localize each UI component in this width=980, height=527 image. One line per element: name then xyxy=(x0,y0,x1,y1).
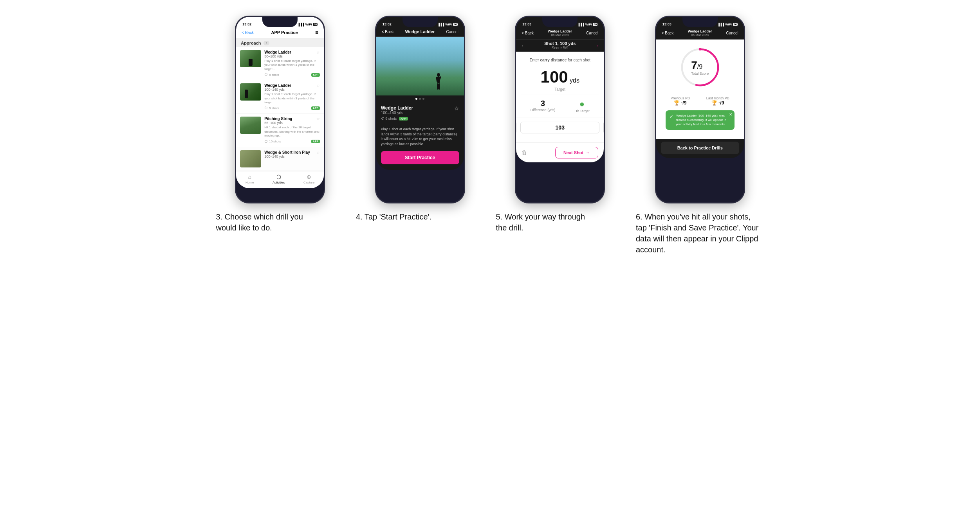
phone-1-back[interactable]: < Back xyxy=(242,31,254,35)
caption-4: 4. Tap 'Start Practice'. xyxy=(356,211,431,222)
next-shot-arrow[interactable]: → xyxy=(593,42,599,49)
drill-info-1: Wedge Ladder ☆ 50–100 yds Play 1 shot at… xyxy=(264,50,320,77)
phone-3-notch xyxy=(542,17,578,27)
section-approach-count: 7 xyxy=(263,41,269,45)
signal-icon: ▐▐▐ xyxy=(298,23,304,26)
phone-3-cancel[interactable]: Cancel xyxy=(586,31,598,35)
target-yds-value: 100 xyxy=(541,68,568,86)
golfer-figure-2 xyxy=(245,90,248,98)
score-display: 7 /9 xyxy=(691,59,709,72)
last-month-pb-label: Last month PB xyxy=(706,96,729,100)
home-icon: ⌂ xyxy=(248,174,251,180)
drill-card-3[interactable]: Pitching String ☆ 55–100 yds Hit 1 shot … xyxy=(236,113,324,147)
phone-2-wrapper: 13:02 ▐▐▐ WiFi 46 < Back Wedge Ladder Ca… xyxy=(375,16,465,203)
phone-2-notch xyxy=(402,17,438,27)
phone-3-screen: 13:03 ▐▐▐ WiFi 46 < Back Wedge Ladder 06… xyxy=(516,17,604,162)
score-circle: 7 /9 Total Score xyxy=(679,46,722,89)
phone-3-back[interactable]: < Back xyxy=(522,31,534,35)
drill-detail-name: Wedge Ladder xyxy=(381,105,413,111)
last-month-pb: Last month PB 🏆 -/9 xyxy=(706,96,729,106)
bottom-nav-capture[interactable]: ⊕ Capture xyxy=(303,174,314,184)
star-icon-2[interactable]: ☆ xyxy=(316,83,320,88)
bottom-nav-home[interactable]: ⌂ Home xyxy=(245,174,254,184)
svg-point-0 xyxy=(437,73,440,76)
svg-point-8 xyxy=(698,48,701,51)
phone-2-cancel[interactable]: Cancel xyxy=(446,30,458,34)
phone-4-back[interactable]: < Back xyxy=(662,31,674,35)
decrement-button[interactable]: − xyxy=(516,121,516,134)
drill-footer-2: ⏱ 9 shots APP xyxy=(264,106,320,110)
toast-close-icon[interactable]: ✕ xyxy=(729,112,732,117)
phone-1-wrapper: 13:02 ▐▐▐ WiFi 46 < Back APP Practice ≡ xyxy=(235,16,325,203)
drill-card-2[interactable]: Wedge Ladder ☆ 100–140 yds Play 1 shot a… xyxy=(236,80,324,113)
target-yds-unit: yds xyxy=(570,77,579,84)
phone-1-screen: 13:02 ▐▐▐ WiFi 46 < Back APP Practice ≡ xyxy=(236,17,324,188)
phone-3-nav-title-block: Wedge Ladder 06 Mar 2023 xyxy=(548,29,572,37)
phone-2-screen: 13:02 ▐▐▐ WiFi 46 < Back Wedge Ladder Ca… xyxy=(376,17,464,170)
drill-yds-3: 55–100 yds xyxy=(264,121,320,125)
prev-shot-arrow[interactable]: ← xyxy=(521,42,527,49)
section-4: 13:02 ▐▐▐ WiFi 46 < Back Wedge Ladder Ca… xyxy=(356,16,484,222)
section-5: 13:03 ▐▐▐ WiFi 46 < Back Wedge Ladder 06… xyxy=(496,16,624,233)
star-icon-1[interactable]: ☆ xyxy=(316,50,320,54)
phone-1-status-icons: ▐▐▐ WiFi 46 xyxy=(298,23,318,26)
phone-3-nav: < Back Wedge Ladder 06 Mar 2023 Cancel xyxy=(516,28,604,40)
drill-detail-yds: 100–140 yds xyxy=(381,111,413,115)
phone-2-nav: < Back Wedge Ladder Cancel xyxy=(376,28,464,37)
image-dots xyxy=(376,95,464,102)
phone-4-wrapper: 13:03 ▐▐▐ WiFi 46 < Back Wedge Ladder 06… xyxy=(655,16,745,203)
previous-pb-value: 🏆 -/9 xyxy=(671,100,690,106)
star-icon-detail[interactable]: ☆ xyxy=(454,105,459,112)
total-score-label: Total Score xyxy=(691,72,709,76)
menu-icon[interactable]: ≡ xyxy=(315,29,318,36)
drill-badge-3: APP xyxy=(311,140,320,143)
score-center: 7 /9 Total Score xyxy=(691,59,709,76)
previous-pb-label: Previous PB xyxy=(671,96,690,100)
success-toast: ✕ ✓ 'Wedge Ladder (100–140 yds)' was cre… xyxy=(666,110,735,130)
back-to-drills-button[interactable]: Back to Practice Drills xyxy=(661,142,739,154)
stats-row: 3 Difference (yds) ● Hit Target xyxy=(521,95,599,117)
phone-4: 13:03 ▐▐▐ WiFi 46 < Back Wedge Ladder 06… xyxy=(655,16,745,203)
star-icon-3[interactable]: ☆ xyxy=(316,117,320,121)
drill-thumb-img-4 xyxy=(240,150,261,167)
dot-1 xyxy=(415,98,417,100)
phone-4-nav: < Back Wedge Ladder 06 Mar 2023 Cancel xyxy=(656,28,744,40)
phone-2-status-icons: ▐▐▐ WiFi 46 xyxy=(437,23,458,26)
drill-card-4[interactable]: Wedge & Short Iron Play ☆ 100–140 yds xyxy=(236,147,324,171)
toast-content: ✓ 'Wedge Ladder (100–140 yds)' was creat… xyxy=(670,113,731,127)
phone-4-notch xyxy=(682,17,718,27)
trash-icon[interactable]: 🗑 xyxy=(522,149,527,156)
start-practice-button[interactable]: Start Practice xyxy=(381,151,459,164)
phone-3: 13:03 ▐▐▐ WiFi 46 < Back Wedge Ladder 06… xyxy=(515,16,605,203)
star-icon-4[interactable]: ☆ xyxy=(316,150,320,155)
bottom-nav-activities[interactable]: ⬡ Activities xyxy=(273,174,285,184)
trophy-icon-1: 🏆 xyxy=(674,100,680,106)
drill-thumb-img-3 xyxy=(240,117,261,134)
app-badge-detail: APP xyxy=(399,117,408,121)
score-numerator: 7 xyxy=(691,59,697,72)
pb-row: Previous PB 🏆 -/9 Last month PB 🏆 xyxy=(662,93,738,107)
stat-difference: 3 Difference (yds) xyxy=(531,99,555,113)
check-icon: ✓ xyxy=(670,113,673,120)
drill-card-1[interactable]: Wedge Ladder ☆ 50–100 yds Play 1 shot at… xyxy=(236,47,324,80)
increment-button[interactable]: + xyxy=(603,121,604,134)
input-row: − + xyxy=(516,117,604,138)
home-label: Home xyxy=(245,181,254,184)
phone-4-cancel[interactable]: Cancel xyxy=(726,31,738,35)
drill-info-3: Pitching String ☆ 55–100 yds Hit 1 shot … xyxy=(264,117,320,143)
target-display: Enter carry distance for each shot 100 y… xyxy=(516,52,604,142)
score-denominator: /9 xyxy=(697,63,702,70)
yds-input[interactable] xyxy=(520,122,599,133)
drill-desc-1: Play 1 shot at each target yardage. If y… xyxy=(264,59,320,71)
page-container: 13:02 ▐▐▐ WiFi 46 < Back APP Practice ≡ xyxy=(216,16,764,255)
target-label: Target xyxy=(554,87,565,92)
phone-3-nav-title: Wedge Ladder xyxy=(548,29,572,33)
phone-1: 13:02 ▐▐▐ WiFi 46 < Back APP Practice ≡ xyxy=(235,16,325,203)
phone-3-nav-date: 06 Mar 2023 xyxy=(548,33,572,37)
shot-title: Shot 1, 100 yds xyxy=(544,41,576,46)
phone-1-nav: < Back APP Practice ≡ xyxy=(236,28,324,38)
phone-2-back[interactable]: < Back xyxy=(382,30,394,34)
next-shot-button[interactable]: Next Shot → xyxy=(555,147,598,158)
previous-pb: Previous PB 🏆 -/9 xyxy=(671,96,690,106)
phone-4-status-icons: ▐▐▐ WiFi 46 xyxy=(717,23,738,26)
